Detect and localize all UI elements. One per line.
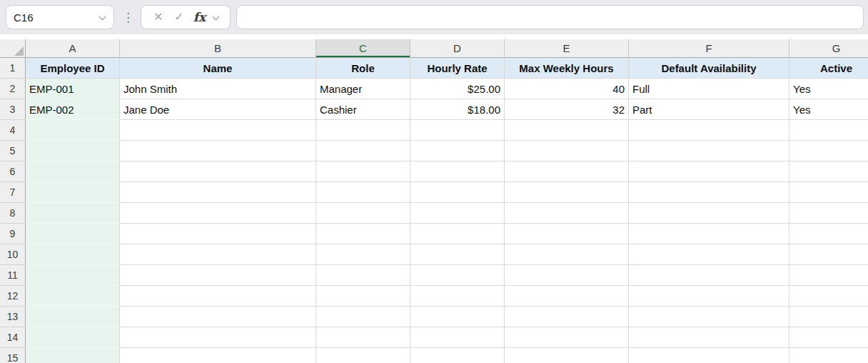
- cell-D4[interactable]: [410, 120, 505, 141]
- row-header-3[interactable]: 3: [0, 99, 26, 120]
- chevron-down-icon[interactable]: [213, 14, 220, 21]
- cell-G2[interactable]: Yes: [789, 79, 868, 99]
- cell-G14[interactable]: [789, 327, 868, 348]
- cell-D12[interactable]: [410, 286, 505, 307]
- cell-D10[interactable]: [410, 244, 505, 265]
- cell-D8[interactable]: [410, 203, 505, 224]
- row-header-12[interactable]: 12: [0, 286, 26, 307]
- cell-E14[interactable]: [505, 327, 629, 348]
- row-header-4[interactable]: 4: [0, 120, 26, 141]
- drag-handle-icon[interactable]: ⋮: [122, 10, 134, 25]
- cell-A4[interactable]: [26, 120, 120, 141]
- cell-A11[interactable]: [26, 265, 120, 286]
- column-header-E[interactable]: E: [505, 39, 629, 58]
- cell-E3[interactable]: 32: [505, 99, 629, 120]
- enter-icon[interactable]: ✓: [172, 10, 186, 24]
- cell-A15[interactable]: [26, 348, 120, 363]
- cell-B6[interactable]: [120, 161, 316, 182]
- cell-G1[interactable]: Active: [789, 58, 868, 79]
- cell-C6[interactable]: [316, 161, 410, 182]
- cell-B2[interactable]: John Smith: [120, 79, 316, 99]
- row-header-8[interactable]: 8: [0, 203, 26, 224]
- cell-G4[interactable]: [789, 120, 868, 141]
- row-header-6[interactable]: 6: [0, 161, 26, 182]
- cell-F6[interactable]: [629, 161, 789, 182]
- cell-F12[interactable]: [629, 286, 789, 307]
- cell-B4[interactable]: [120, 120, 316, 141]
- cell-G9[interactable]: [789, 224, 868, 244]
- cell-F5[interactable]: [629, 141, 789, 161]
- row-header-7[interactable]: 7: [0, 182, 26, 203]
- cell-G13[interactable]: [789, 307, 868, 327]
- cell-D15[interactable]: [410, 348, 505, 363]
- row-header-11[interactable]: 11: [0, 265, 26, 286]
- cell-E12[interactable]: [505, 286, 629, 307]
- cell-A9[interactable]: [26, 224, 120, 244]
- cell-D13[interactable]: [410, 307, 505, 327]
- cell-F11[interactable]: [629, 265, 789, 286]
- column-header-B[interactable]: B: [120, 39, 316, 58]
- cell-B10[interactable]: [120, 244, 316, 265]
- cell-C7[interactable]: [316, 182, 410, 203]
- column-header-D[interactable]: D: [410, 39, 505, 58]
- cell-C8[interactable]: [316, 203, 410, 224]
- chevron-down-icon[interactable]: [99, 14, 106, 21]
- cell-F14[interactable]: [629, 327, 789, 348]
- cell-G11[interactable]: [789, 265, 868, 286]
- row-header-14[interactable]: 14: [0, 327, 26, 348]
- cell-E8[interactable]: [505, 203, 629, 224]
- name-box[interactable]: C16: [6, 5, 114, 29]
- cell-A7[interactable]: [26, 182, 120, 203]
- cell-A1[interactable]: Employee ID: [26, 58, 120, 79]
- cell-G10[interactable]: [789, 244, 868, 265]
- cell-G12[interactable]: [789, 286, 868, 307]
- cell-C15[interactable]: [316, 348, 410, 363]
- cell-B8[interactable]: [120, 203, 316, 224]
- row-header-13[interactable]: 13: [0, 307, 26, 327]
- cell-A10[interactable]: [26, 244, 120, 265]
- cell-F8[interactable]: [629, 203, 789, 224]
- cell-B3[interactable]: Jane Doe: [120, 99, 316, 120]
- cell-G3[interactable]: Yes: [789, 99, 868, 120]
- cancel-icon[interactable]: ✕: [151, 10, 165, 24]
- row-header-10[interactable]: 10: [0, 244, 26, 265]
- cell-B7[interactable]: [120, 182, 316, 203]
- select-all-corner[interactable]: [0, 39, 26, 58]
- column-header-C[interactable]: C: [316, 39, 410, 58]
- cell-B15[interactable]: [120, 348, 316, 363]
- cell-E7[interactable]: [505, 182, 629, 203]
- cell-F2[interactable]: Full: [629, 79, 789, 99]
- cell-E15[interactable]: [505, 348, 629, 363]
- cell-C5[interactable]: [316, 141, 410, 161]
- cell-C11[interactable]: [316, 265, 410, 286]
- cell-A2[interactable]: EMP-001: [26, 79, 120, 99]
- cell-A14[interactable]: [26, 327, 120, 348]
- insert-function-icon[interactable]: fx: [193, 10, 206, 24]
- row-header-9[interactable]: 9: [0, 224, 26, 244]
- column-header-G[interactable]: G: [789, 39, 868, 58]
- cell-F7[interactable]: [629, 182, 789, 203]
- cell-E10[interactable]: [505, 244, 629, 265]
- row-header-2[interactable]: 2: [0, 79, 26, 99]
- cell-B14[interactable]: [120, 327, 316, 348]
- cell-F4[interactable]: [629, 120, 789, 141]
- cell-B12[interactable]: [120, 286, 316, 307]
- column-header-F[interactable]: F: [629, 39, 789, 58]
- cell-D2[interactable]: $25.00: [410, 79, 505, 99]
- cell-B11[interactable]: [120, 265, 316, 286]
- cell-A8[interactable]: [26, 203, 120, 224]
- row-header-5[interactable]: 5: [0, 141, 26, 161]
- cell-D5[interactable]: [410, 141, 505, 161]
- cell-G6[interactable]: [789, 161, 868, 182]
- cell-E2[interactable]: 40: [505, 79, 629, 99]
- cell-C14[interactable]: [316, 327, 410, 348]
- cell-C9[interactable]: [316, 224, 410, 244]
- cell-D7[interactable]: [410, 182, 505, 203]
- cell-B5[interactable]: [120, 141, 316, 161]
- cell-E4[interactable]: [505, 120, 629, 141]
- cell-B9[interactable]: [120, 224, 316, 244]
- cell-F15[interactable]: [629, 348, 789, 363]
- cell-F10[interactable]: [629, 244, 789, 265]
- cell-E13[interactable]: [505, 307, 629, 327]
- cell-F1[interactable]: Default Availability: [629, 58, 789, 79]
